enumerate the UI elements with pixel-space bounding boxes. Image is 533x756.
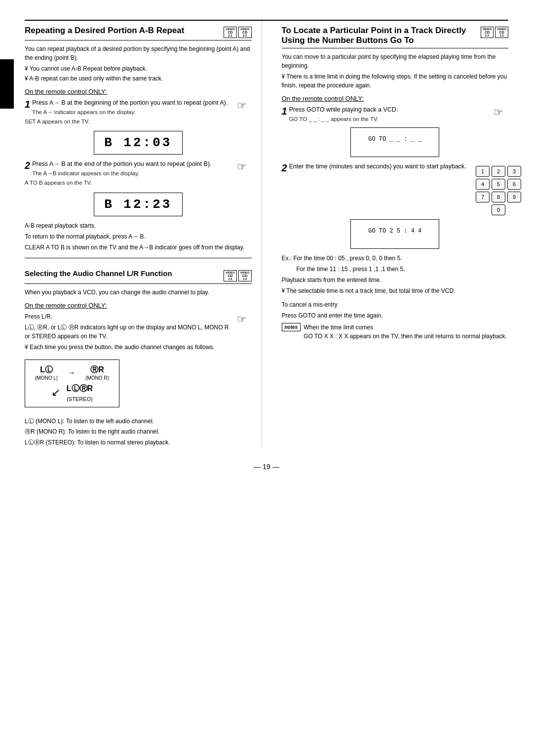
lr-icon: ☞ [232, 312, 252, 326]
lr-indicator-text: LⓁ, ⓇR, or LⓁ ⓇR indicators light up on … [25, 323, 232, 341]
notes-section: notes When the time limit comes GO TO X … [282, 323, 509, 343]
lr-section-header: Selecting the Audio Channel L/R Function… [25, 264, 252, 284]
lr-diagram: LⓁ (MONO L) → ⓇR (MONO R) ↙ LⓁⓇR (STEREO… [25, 359, 119, 407]
lr-badge-2: VIDEO CD 1.0 [238, 270, 252, 281]
lr-press-label: Press L/R. [25, 313, 52, 320]
goto-step-1-sub: GO TO _ _ : _ _ appears on the TV. [289, 116, 379, 122]
ab-bullet-list: You cannot use A-B Repeat before playbac… [25, 64, 252, 83]
audio-remote-heading: On the remote control ONLY: [25, 302, 252, 309]
lr-title-text: Selecting the Audio Channel L/R Function [25, 269, 172, 278]
goto-step-2-text-col: 2 Enter the time (minutes and seconds) y… [282, 162, 489, 174]
goto-title-line1: To Locate a Particular Point in a Track … [282, 26, 466, 35]
hand-icon-2: ☞ [237, 160, 247, 173]
numpad: 1 2 3 4 5 6 7 8 9 0 [476, 166, 521, 215]
goto-selectable-list: The selectable time is not a track time,… [282, 286, 509, 295]
numpad-2[interactable]: 2 [492, 166, 505, 177]
lr-bottom-item-2: ⓇR (MONO R): To listen to the right audi… [25, 427, 252, 438]
goto-title-line2: Using the Number Buttons Go To [282, 36, 414, 45]
goto-bullet-1: There is a time limit in doing the follo… [282, 72, 509, 90]
numpad-0[interactable]: 0 [492, 204, 505, 215]
lr-diagram-row1: LⓁ (MONO L) → ⓇR (MONO R) [35, 365, 109, 381]
ex-text-1: For the time 00 : 05 , press 0, 0, 0 the… [294, 255, 402, 262]
badge-video-cd-2: VIDEO CD 2.0 [238, 27, 252, 38]
lr-diagram-row2: ↙ LⓁⓇR (STEREO) [35, 384, 109, 402]
goto-section-header: To Locate a Particular Point in a Track … [282, 21, 509, 48]
cancel-heading-text: To cancel a mis-entry [282, 301, 338, 308]
lr-bottom-list: LⓁ (MONO L): To listen to the left audio… [25, 416, 252, 448]
lr-badge-1: VIDEO CD 1.0 [224, 270, 237, 281]
goto-step-1-main: Press GOTO while playing back a VCD. [289, 106, 398, 113]
goto-cancel-heading: To cancel a mis-entry [282, 300, 509, 309]
ab-step-1: 1 Press A→ B at the beginning of the por… [25, 98, 252, 155]
hand-icon-4: ☞ [494, 106, 503, 119]
lr-bullet-list: Each time you press the button, the audi… [25, 343, 232, 352]
ab-return-text: To return to the normal playback, press … [25, 232, 252, 241]
two-col-layout: Repeating a Desired Portion A-B Repeat V… [25, 21, 508, 448]
goto-display-box-1: GO TO _ _ : _ _ [350, 127, 439, 157]
ex-label: Ex.: [282, 255, 292, 262]
numpad-5[interactable]: 5 [492, 179, 505, 190]
ab-starts-text: A-B repeat playback starts. [25, 221, 252, 230]
lr-divider [25, 258, 252, 258]
ab-step-1-row: 1 Press A→ B at the beginning of the por… [25, 98, 252, 126]
lr-back-arrow: ↙ [51, 386, 60, 399]
ab-bullet-1: You cannot use A-B Repeat before playbac… [25, 64, 252, 73]
lr-press-text: Press L/R. [25, 312, 232, 321]
numpad-4[interactable]: 4 [476, 179, 490, 190]
goto-body-text: You can move to a particular point by sp… [282, 52, 509, 70]
numpad-7[interactable]: 7 [476, 192, 490, 202]
ab-step-2-content: Press A→ B at the end of the portion you… [25, 160, 212, 186]
goto-step-1: 1 Press GOTO while playing back a VCD. G… [282, 105, 509, 158]
ab-repeat-title-text: Repeating a Desired Portion A-B Repeat [25, 26, 184, 35]
ab-step-1-num: 1 [25, 98, 30, 110]
goto-display-box-2: GO TO 2 5 : 4 4 [350, 219, 439, 249]
notes-text: When the time limit comes [304, 324, 373, 331]
lr-badges: VIDEO CD 1.0 VIDEO CD 1.0 [224, 270, 251, 281]
goto-step-2-num: 2 [282, 162, 287, 174]
lr-step-row: Press L/R. LⓁ, ⓇR, or LⓁ ⓇR indicators l… [25, 312, 252, 353]
ab-repeat-section-header: Repeating a Desired Portion A-B Repeat V… [25, 21, 252, 40]
left-column: Repeating a Desired Portion A-B Repeat V… [25, 21, 262, 448]
goto-example-2: For the time 11 : 15 , press 1 ,1 ,1 the… [297, 265, 509, 274]
ab-step-2-num: 2 [25, 159, 30, 171]
ab-step-1-main: Press A→ B at the beginning of the porti… [32, 99, 228, 106]
goto-section-title: To Locate a Particular Point in a Track … [282, 26, 481, 46]
right-column: To Locate a Particular Point in a Track … [277, 21, 509, 448]
numpad-6[interactable]: 6 [507, 179, 521, 190]
ab-step-2-icon: ☞ [232, 159, 252, 173]
ab-step-2-text-col: 2 Press A→ B at the end of the portion y… [25, 159, 232, 187]
ab-body-text: You can repeat playback of a desired por… [25, 44, 252, 62]
goto-remote-heading: On the remote control ONLY: [282, 95, 509, 102]
lr-left-label: LⓁ (MONO L) [35, 365, 58, 381]
notes-badge: notes [282, 323, 301, 331]
numpad-1[interactable]: 1 [476, 166, 490, 177]
numpad-8[interactable]: 8 [492, 192, 505, 202]
goto-step-2-main: Enter the time (minutes and seconds) you… [289, 163, 466, 170]
display-box-2: B 12:23 [94, 193, 183, 216]
side-tab [0, 59, 14, 109]
ab-step-1-sub2: SET A appears on the TV. [25, 119, 90, 124]
ab-step-1-text-col: 1 Press A→ B at the beginning of the por… [25, 98, 232, 126]
goto-badges: VIDEO CD 2.0 VIDEO CD 2.0 [481, 27, 508, 38]
page-container: Repeating a Desired Portion A-B Repeat V… [0, 0, 533, 756]
lr-bottom-item-1: LⓁ (MONO L): To listen to the left audio… [25, 416, 252, 427]
goto-badge-2: VIDEO CD 2.0 [495, 27, 508, 38]
ab-step-2-sub1: The A→B indicator appears on the display… [32, 170, 139, 176]
goto-step-1-text-col: 1 Press GOTO while playing back a VCD. G… [282, 105, 489, 124]
lr-lr-label: LⓁⓇR (STEREO) [67, 384, 93, 402]
ab-step-2-row: 2 Press A→ B at the end of the portion y… [25, 159, 252, 187]
numpad-3[interactable]: 3 [507, 166, 521, 177]
hand-icon-1: ☞ [237, 99, 247, 112]
goto-step-2-content: Enter the time (minutes and seconds) you… [289, 163, 466, 170]
lr-bullet-1: Each time you press the button, the audi… [25, 343, 232, 352]
goto-step-2-icon: 1 2 3 4 5 6 7 8 9 0 [489, 162, 508, 215]
ab-step-1-content: Press A→ B at the beginning of the porti… [25, 99, 228, 125]
ab-remote-heading: On the remote control ONLY: [25, 88, 252, 95]
ab-clear-text: CLEAR A TO B is shown on the TV and the … [25, 243, 252, 252]
goto-display-text-2: GO TO 2 5 : 4 4 [358, 228, 431, 235]
numpad-9[interactable]: 9 [507, 192, 521, 202]
goto-bullet-list: There is a time limit in doing the follo… [282, 72, 509, 90]
goto-cancel-text: Press GOTO and enter the time again. [282, 311, 509, 320]
goto-step-1-num: 1 [282, 105, 287, 117]
goto-badge-1: VIDEO CD 2.0 [481, 27, 494, 38]
